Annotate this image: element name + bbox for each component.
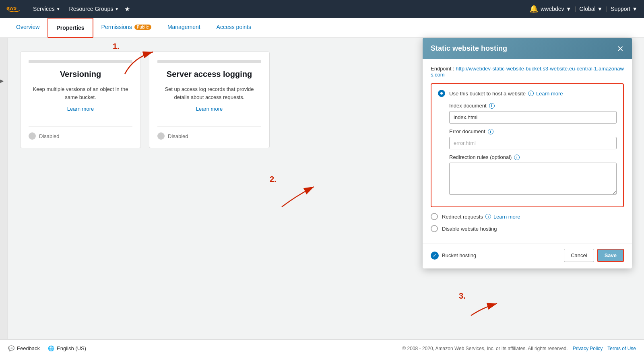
server-access-logging-desc: Set up access log records that provide d… bbox=[157, 85, 261, 101]
feedback-label: Feedback bbox=[17, 345, 40, 351]
support-chevron: ▼ bbox=[632, 6, 638, 12]
modal-header: Static website hosting ✕ bbox=[423, 38, 632, 59]
radio-disable-label: Disable website hosting bbox=[442, 226, 497, 232]
footer-buttons: Cancel Save bbox=[564, 249, 624, 262]
versioning-status: Disabled bbox=[39, 133, 60, 139]
notifications-bell[interactable]: 🔔 bbox=[529, 4, 538, 13]
radio-use-bucket[interactable]: Use this bucket to host a website i Lear… bbox=[438, 90, 617, 97]
server-access-logging-card: Server access logging Set up access log … bbox=[149, 52, 270, 148]
radio-use-bucket-label: Use this bucket to host a website i Lear… bbox=[449, 91, 563, 97]
main-layout: ▶ 1. 2. bbox=[0, 38, 644, 339]
use-bucket-info-icon[interactable]: i bbox=[528, 91, 534, 96]
server-access-logging-footer: Disabled bbox=[157, 126, 261, 140]
endpoint-row: Endpoint : http://wwebdev-static-website… bbox=[431, 66, 624, 78]
redirection-rules-input[interactable] bbox=[449, 163, 617, 195]
feedback-icon: 💬 bbox=[8, 345, 14, 351]
modal-footer: ✓ Bucket hosting Cancel Save bbox=[423, 244, 632, 268]
redirection-rules-label: Redirection rules (optional) i bbox=[449, 154, 617, 160]
endpoint-label: Endpoint : bbox=[431, 66, 454, 72]
services-nav[interactable]: Services ▼ bbox=[30, 0, 64, 18]
radio-disable-circle[interactable] bbox=[431, 225, 438, 232]
region-menu[interactable]: Global ▼ bbox=[579, 6, 603, 12]
tab-access-points[interactable]: Access points bbox=[208, 18, 259, 37]
index-document-info-icon[interactable]: i bbox=[489, 103, 495, 109]
cancel-button[interactable]: Cancel bbox=[564, 249, 594, 262]
versioning-title: Versioning bbox=[29, 70, 132, 79]
language-selector[interactable]: 🌐 English (US) bbox=[48, 345, 86, 351]
tab-overview[interactable]: Overview bbox=[8, 18, 47, 37]
radio-use-bucket-circle[interactable] bbox=[438, 90, 445, 97]
radio-section: Use this bucket to host a website i Lear… bbox=[431, 83, 624, 207]
other-options: Redirect requests i Learn more Disable w… bbox=[431, 213, 624, 232]
resource-groups-nav[interactable]: Resource Groups ▼ bbox=[66, 0, 122, 18]
nav-sep1: | bbox=[574, 6, 576, 12]
bottom-right: © 2008 - 2020, Amazon Web Services, Inc.… bbox=[402, 346, 636, 351]
tab-properties[interactable]: Properties bbox=[47, 18, 93, 38]
aws-logo[interactable]: aws bbox=[6, 4, 22, 14]
user-chevron: ▼ bbox=[566, 6, 572, 12]
endpoint-url[interactable]: http://wwebdev-static-website-bucket.s3-… bbox=[431, 66, 624, 78]
index-document-label: Index document i bbox=[449, 103, 617, 109]
index-document-group: Index document i bbox=[449, 103, 617, 124]
error-document-group: Error document i bbox=[449, 128, 617, 149]
privacy-policy-link[interactable]: Privacy Policy bbox=[573, 346, 603, 351]
save-button[interactable]: Save bbox=[597, 249, 624, 262]
nav-sep2: | bbox=[606, 6, 607, 12]
redirection-rules-group: Redirection rules (optional) i bbox=[449, 154, 617, 196]
content-area: 1. 2. bbox=[8, 38, 644, 339]
server-access-logging-status: Disabled bbox=[168, 133, 188, 139]
bottom-left: 💬 Feedback 🌐 English (US) bbox=[8, 345, 86, 351]
sidebar-toggle[interactable]: ▶ bbox=[0, 38, 8, 339]
username: wwebdev bbox=[541, 6, 564, 12]
versioning-desc: Keep multiple versions of an object in t… bbox=[29, 85, 132, 101]
use-bucket-learn-more[interactable]: Learn more bbox=[536, 91, 563, 97]
redirection-rules-info-icon[interactable]: i bbox=[514, 155, 520, 160]
sidebar-toggle-arrow: ▶ bbox=[0, 78, 4, 84]
server-access-logging-status-dot bbox=[157, 132, 165, 140]
error-document-input[interactable] bbox=[449, 137, 617, 149]
favorites-star[interactable]: ★ bbox=[124, 5, 130, 13]
bottom-bar: 💬 Feedback 🌐 English (US) © 2008 - 2020,… bbox=[0, 339, 644, 357]
top-navigation: aws Services ▼ Resource Groups ▼ ★ 🔔 wwe… bbox=[0, 0, 644, 18]
versioning-card: Versioning Keep multiple versions of an … bbox=[20, 52, 141, 148]
region-label: Global bbox=[579, 6, 595, 12]
error-document-info-icon[interactable]: i bbox=[488, 129, 493, 134]
resource-groups-label: Resource Groups bbox=[69, 6, 114, 12]
tab-permissions[interactable]: Permissions Public bbox=[93, 18, 159, 37]
tab-management[interactable]: Management bbox=[159, 18, 208, 37]
check-icon: ✓ bbox=[433, 253, 437, 258]
annotation-2: 2. bbox=[270, 175, 277, 184]
static-website-hosting-modal: Static website hosting ✕ Endpoint : http… bbox=[423, 38, 632, 268]
annotation-3: 3. bbox=[459, 291, 466, 301]
radio-redirect[interactable]: Redirect requests i Learn more bbox=[431, 213, 624, 220]
versioning-learn-more[interactable]: Learn more bbox=[29, 106, 132, 112]
footer-status-area: ✓ Bucket hosting bbox=[431, 252, 476, 260]
modal-close-button[interactable]: ✕ bbox=[617, 45, 624, 53]
index-document-input[interactable] bbox=[449, 111, 617, 124]
radio-redirect-label: Redirect requests i Learn more bbox=[442, 214, 520, 220]
language-label: English (US) bbox=[57, 345, 86, 351]
support-label: Support bbox=[611, 6, 630, 12]
error-document-label: Error document i bbox=[449, 128, 617, 134]
server-access-logging-learn-more[interactable]: Learn more bbox=[157, 106, 261, 112]
radio-disable[interactable]: Disable website hosting bbox=[431, 225, 624, 232]
resource-groups-chevron: ▼ bbox=[115, 7, 119, 11]
footer-status-text: Bucket hosting bbox=[442, 252, 476, 258]
feedback-button[interactable]: 💬 Feedback bbox=[8, 345, 40, 351]
support-menu[interactable]: Support ▼ bbox=[611, 6, 638, 12]
tabs-bar: Overview Properties Permissions Public M… bbox=[0, 18, 644, 38]
terms-of-use-link[interactable]: Terms of Use bbox=[607, 346, 636, 351]
annotation-1: 1. bbox=[113, 42, 120, 51]
radio-redirect-circle[interactable] bbox=[431, 213, 438, 220]
modal-title: Static website hosting bbox=[431, 44, 507, 53]
user-menu[interactable]: wwebdev ▼ bbox=[541, 6, 571, 12]
check-circle-icon: ✓ bbox=[431, 252, 439, 260]
redirect-learn-more[interactable]: Learn more bbox=[493, 214, 520, 220]
versioning-footer: Disabled bbox=[29, 126, 132, 140]
permissions-badge: Public bbox=[134, 25, 151, 30]
server-access-logging-title: Server access logging bbox=[157, 70, 261, 79]
region-chevron: ▼ bbox=[597, 6, 603, 12]
card-header-bar-1 bbox=[29, 60, 132, 63]
modal-body: Endpoint : http://wwebdev-static-website… bbox=[423, 59, 632, 244]
redirect-info-icon[interactable]: i bbox=[485, 214, 491, 219]
